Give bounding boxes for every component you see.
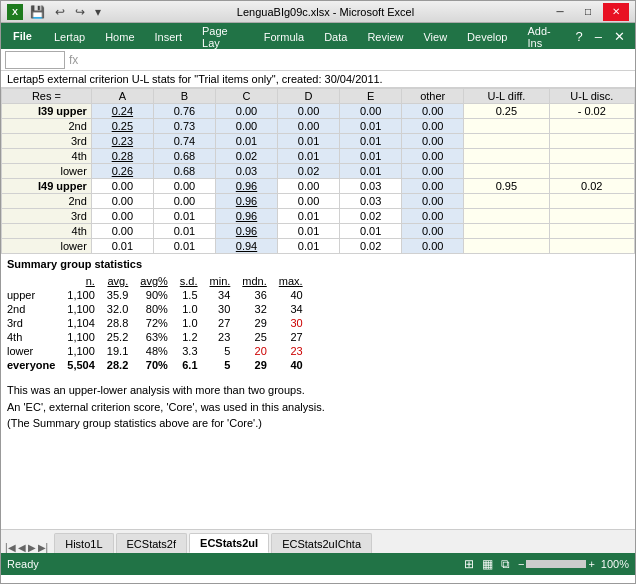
cell-i39-upper-e: 0.00 — [340, 104, 402, 119]
cell-i49-3rd-d: 0.01 — [278, 209, 340, 224]
summary-mdn-2nd: 32 — [238, 302, 274, 316]
cell-i49-4th-c: 0.96 — [215, 224, 277, 239]
row-label-i49-2nd: 2nd — [2, 194, 92, 209]
sheet-nav-next[interactable]: ▶ — [28, 542, 36, 553]
sheet-tab-ecstats2ulchta[interactable]: ECStats2uIChta — [271, 533, 372, 553]
zoom-out-icon[interactable]: − — [518, 558, 524, 570]
cell-i49-3rd-other: 0.00 — [402, 209, 464, 224]
cell-i49-upper-b: 0.00 — [153, 179, 215, 194]
close-button[interactable]: ✕ — [603, 3, 629, 21]
summary-avgpct-4th: 63% — [136, 330, 176, 344]
row-label-i39-3rd: 3rd — [2, 134, 92, 149]
note-line-1: This was an upper-lower analysis with mo… — [7, 382, 629, 399]
row-label-i39-4th: 4th — [2, 149, 92, 164]
col-header-ul-diff: U-L diff. — [464, 89, 549, 104]
formula-divider: fx — [69, 53, 78, 67]
summary-avg-everyone: 28.2 — [103, 358, 136, 372]
sheet-nav-prev[interactable]: ◀ — [18, 542, 26, 553]
cell-i49-lower-b: 0.01 — [153, 239, 215, 254]
name-box[interactable] — [5, 51, 65, 69]
ribbon-minimize-icon[interactable]: – — [591, 27, 606, 46]
ribbon-tab-data[interactable]: Data — [314, 23, 357, 49]
ribbon-close-icon[interactable]: ✕ — [610, 27, 629, 46]
quick-access-more[interactable]: ▾ — [92, 4, 104, 20]
cell-i39-3rd-ul-diff — [464, 134, 549, 149]
table-row: 2nd 0.00 0.00 0.96 0.00 0.03 0.00 — [2, 194, 635, 209]
zoom-in-icon[interactable]: + — [588, 558, 594, 570]
cell-i49-2nd-a: 0.00 — [91, 194, 153, 209]
summary-col-avg: avg. — [103, 274, 136, 288]
normal-view-icon[interactable]: ▦ — [482, 557, 493, 571]
summary-min-lower: 5 — [206, 344, 239, 358]
bottom-note: This was an upper-lower analysis with mo… — [1, 376, 635, 436]
sheet-nav-last[interactable]: ▶| — [38, 542, 49, 553]
ribbon-tab-view[interactable]: View — [413, 23, 457, 49]
ribbon-file-tab[interactable]: File — [1, 23, 44, 49]
cell-i39-3rd-e: 0.01 — [340, 134, 402, 149]
table-row: I49 upper 0.00 0.00 0.96 0.00 0.03 0.00 … — [2, 179, 635, 194]
sheet-tab-ecstats2ul[interactable]: ECStats2uI — [189, 533, 269, 553]
cell-i39-3rd-a: 0.23 — [91, 134, 153, 149]
cell-i49-upper-d: 0.00 — [278, 179, 340, 194]
cell-i49-lower-c: 0.94 — [215, 239, 277, 254]
cell-i39-2nd-b: 0.73 — [153, 119, 215, 134]
cell-i39-upper-a: 0.24 — [91, 104, 153, 119]
ribbon-tab-developer[interactable]: Develop — [457, 23, 517, 49]
ribbon-tab-insert[interactable]: Insert — [145, 23, 193, 49]
summary-max-lower: 23 — [275, 344, 311, 358]
summary-max-4th: 27 — [275, 330, 311, 344]
summary-col-mdn: mdn. — [238, 274, 274, 288]
data-table: Res = A B C D E other U-L diff. U-L disc… — [1, 88, 635, 254]
col-header-ul-disc: U-L disc. — [549, 89, 634, 104]
cell-i49-3rd-e: 0.02 — [340, 209, 402, 224]
cell-i39-4th-d: 0.01 — [278, 149, 340, 164]
cell-i39-upper-ul-diff: 0.25 — [464, 104, 549, 119]
cell-i49-4th-b: 0.01 — [153, 224, 215, 239]
cell-i49-upper-other: 0.00 — [402, 179, 464, 194]
quick-access-save[interactable]: 💾 — [27, 4, 48, 20]
summary-avg-4th: 25.2 — [103, 330, 136, 344]
cell-i39-lower-e: 0.01 — [340, 164, 402, 179]
cell-i49-upper-c: 0.96 — [215, 179, 277, 194]
maximize-button[interactable]: □ — [575, 3, 601, 21]
status-bar: Ready ⊞ ▦ ⧉ − + 100% — [1, 553, 635, 575]
page-layout-icon[interactable]: ⊞ — [464, 557, 474, 571]
col-header-a: A — [91, 89, 153, 104]
cell-i39-2nd-c: 0.00 — [215, 119, 277, 134]
summary-sd-2nd: 1.0 — [176, 302, 206, 316]
summary-n-everyone: 5,504 — [63, 358, 103, 372]
cell-i39-upper-d: 0.00 — [278, 104, 340, 119]
ribbon-tab-formulas[interactable]: Formula — [254, 23, 314, 49]
cell-i39-upper-ul-disc: - 0.02 — [549, 104, 634, 119]
cell-i39-4th-other: 0.00 — [402, 149, 464, 164]
formula-input[interactable] — [82, 54, 631, 66]
quick-access-undo[interactable]: ↩ — [52, 4, 68, 20]
summary-mdn-4th: 25 — [238, 330, 274, 344]
ribbon-tab-lertap[interactable]: Lertap — [44, 23, 95, 49]
help-icon[interactable]: ? — [572, 27, 587, 46]
ribbon-tab-review[interactable]: Review — [357, 23, 413, 49]
summary-table: n. avg. avg% s.d. min. mdn. max. upper 1… — [7, 274, 311, 372]
table-row: 4th 0.00 0.01 0.96 0.01 0.01 0.00 — [2, 224, 635, 239]
minimize-button[interactable]: ─ — [547, 3, 573, 21]
sheet-tab-ecstats2f[interactable]: ECStats2f — [116, 533, 188, 553]
summary-col-min: min. — [206, 274, 239, 288]
sheet-tab-histo1l[interactable]: Histo1L — [54, 533, 113, 553]
spreadsheet-area: Lertap5 external criterion U-L stats for… — [1, 71, 635, 529]
summary-n-lower: 1,100 — [63, 344, 103, 358]
sheet-nav-first[interactable]: |◀ — [5, 542, 16, 553]
summary-row-2nd: 2nd 1,100 32.0 80% 1.0 30 32 34 — [7, 302, 311, 316]
summary-max-2nd: 34 — [275, 302, 311, 316]
summary-row-4th: 4th 1,100 25.2 63% 1.2 23 25 27 — [7, 330, 311, 344]
quick-access-redo[interactable]: ↪ — [72, 4, 88, 20]
ribbon-tab-pagelayout[interactable]: Page Lay — [192, 23, 254, 49]
cell-i49-3rd-b: 0.01 — [153, 209, 215, 224]
title-bar-controls: ─ □ ✕ — [547, 3, 629, 21]
ribbon-tab-addins[interactable]: Add-Ins — [517, 23, 571, 49]
ribbon-tab-home[interactable]: Home — [95, 23, 144, 49]
zoom-slider[interactable] — [526, 560, 586, 568]
page-break-icon[interactable]: ⧉ — [501, 557, 510, 571]
cell-i39-4th-c: 0.02 — [215, 149, 277, 164]
cell-i49-3rd-a: 0.00 — [91, 209, 153, 224]
note-line-2: An 'EC', external criterion score, 'Core… — [7, 399, 629, 416]
